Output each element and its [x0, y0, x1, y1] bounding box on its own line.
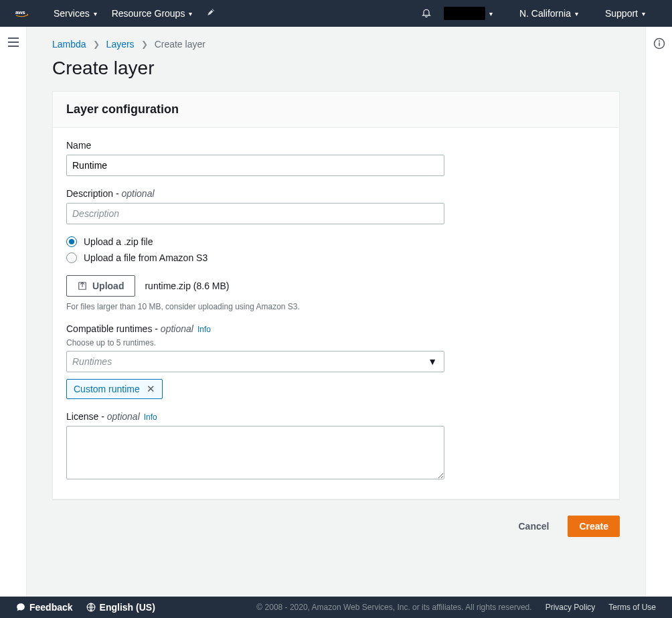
- description-label: Description - optional: [66, 188, 444, 199]
- nav-services[interactable]: Services▾: [54, 8, 97, 19]
- panel-title: Layer configuration: [66, 102, 606, 117]
- runtime-tag: Custom runtime ✕: [66, 379, 163, 399]
- name-field: Name: [66, 140, 444, 176]
- nav-support[interactable]: Support▾: [605, 8, 645, 19]
- license-field: License - optionalInfo: [66, 411, 444, 481]
- create-button[interactable]: Create: [568, 516, 620, 537]
- nav-resource-groups-label: Resource Groups: [112, 8, 185, 19]
- runtimes-desc: Choose up to 5 runtimes.: [66, 338, 444, 347]
- nav-support-label: Support: [605, 8, 638, 19]
- remove-tag-icon[interactable]: ✕: [147, 383, 155, 395]
- chevron-right-icon: ❯: [93, 40, 100, 49]
- cancel-button[interactable]: Cancel: [507, 516, 560, 537]
- form-actions: Cancel Create: [52, 516, 620, 537]
- breadcrumb-lambda[interactable]: Lambda: [52, 39, 86, 50]
- aws-logo[interactable]: aws: [12, 9, 39, 17]
- bell-icon[interactable]: [421, 7, 432, 20]
- top-nav: aws Services▾ Resource Groups▾ ▾ N. Cali…: [0, 0, 672, 27]
- privacy-link[interactable]: Privacy Policy: [545, 603, 596, 612]
- feedback-label: Feedback: [29, 602, 73, 613]
- license-info-link[interactable]: Info: [144, 412, 157, 422]
- language-label: English (US): [100, 602, 155, 613]
- name-input[interactable]: [66, 155, 444, 176]
- runtimes-info-link[interactable]: Info: [197, 325, 211, 334]
- runtimes-field: Compatible runtimes - optionalInfo Choos…: [66, 323, 444, 399]
- nav-resource-groups[interactable]: Resource Groups▾: [112, 8, 193, 19]
- pin-icon[interactable]: [207, 8, 216, 19]
- svg-point-7: [659, 41, 659, 42]
- caret-down-icon: ▾: [94, 10, 97, 17]
- copyright: © 2008 - 2020, Amazon Web Services, Inc.…: [256, 603, 531, 612]
- language-selector[interactable]: English (US): [86, 602, 155, 613]
- hamburger-icon[interactable]: [8, 37, 19, 597]
- runtime-tag-label: Custom runtime: [74, 384, 140, 394]
- upload-icon: [78, 281, 87, 291]
- svg-text:aws: aws: [15, 9, 25, 15]
- info-icon[interactable]: [653, 37, 665, 597]
- radio-upload-zip[interactable]: Upload a .zip file: [66, 236, 444, 247]
- content-area: Lambda ❯ Layers ❯ Create layer Create la…: [27, 27, 645, 597]
- globe-icon: [86, 603, 96, 612]
- caret-down-icon: ▾: [489, 10, 493, 17]
- radio-upload-zip-label: Upload a .zip file: [84, 236, 153, 247]
- upload-source-field: Upload a .zip file Upload a file from Am…: [66, 236, 444, 263]
- speech-bubble-icon: [16, 603, 25, 612]
- upload-button-label: Upload: [92, 281, 124, 291]
- left-rail: [0, 27, 27, 597]
- right-rail: [645, 27, 672, 597]
- svg-rect-3: [8, 46, 19, 47]
- account-name-redacted: [444, 7, 485, 20]
- breadcrumb: Lambda ❯ Layers ❯ Create layer: [52, 39, 620, 50]
- radio-upload-s3[interactable]: Upload a file from Amazon S3: [66, 252, 444, 263]
- nav-account[interactable]: ▾: [444, 7, 493, 20]
- triangle-down-icon: ▼: [428, 356, 437, 367]
- runtimes-label: Compatible runtimes - optionalInfo: [66, 323, 444, 334]
- panel-header: Layer configuration: [53, 92, 619, 128]
- page-title: Create layer: [52, 58, 620, 79]
- uploaded-file-name: runtime.zip (8.6 MB): [145, 281, 229, 291]
- nav-region[interactable]: N. California▾: [519, 8, 578, 19]
- license-input[interactable]: [66, 426, 444, 479]
- upload-hint: For files larger than 10 MB, consider up…: [66, 302, 444, 311]
- name-label: Name: [66, 140, 444, 151]
- caret-down-icon: ▾: [642, 10, 645, 17]
- feedback-link[interactable]: Feedback: [16, 602, 73, 613]
- svg-rect-2: [8, 42, 19, 43]
- license-label: License - optionalInfo: [66, 411, 444, 422]
- breadcrumb-current: Create layer: [155, 39, 205, 50]
- description-input[interactable]: [66, 203, 444, 224]
- nav-services-label: Services: [54, 8, 90, 19]
- radio-icon-unchecked: [66, 252, 77, 263]
- footer: Feedback English (US) © 2008 - 2020, Ama…: [0, 597, 672, 618]
- nav-region-label: N. California: [519, 8, 571, 19]
- chevron-right-icon: ❯: [141, 40, 148, 49]
- description-field: Description - optional: [66, 188, 444, 224]
- runtimes-select[interactable]: Runtimes ▼: [66, 351, 444, 372]
- caret-down-icon: ▾: [575, 10, 578, 17]
- layer-config-panel: Layer configuration Name Description - o…: [52, 91, 620, 499]
- caret-down-icon: ▾: [189, 10, 192, 17]
- terms-link[interactable]: Terms of Use: [608, 603, 656, 612]
- radio-upload-s3-label: Upload a file from Amazon S3: [84, 252, 207, 263]
- runtimes-placeholder: Runtimes: [72, 356, 112, 367]
- svg-rect-1: [8, 37, 19, 39]
- upload-button[interactable]: Upload: [66, 275, 135, 297]
- radio-icon-checked: [66, 236, 77, 247]
- upload-file-field: Upload runtime.zip (8.6 MB) For files la…: [66, 275, 444, 311]
- breadcrumb-layers[interactable]: Layers: [106, 39, 135, 50]
